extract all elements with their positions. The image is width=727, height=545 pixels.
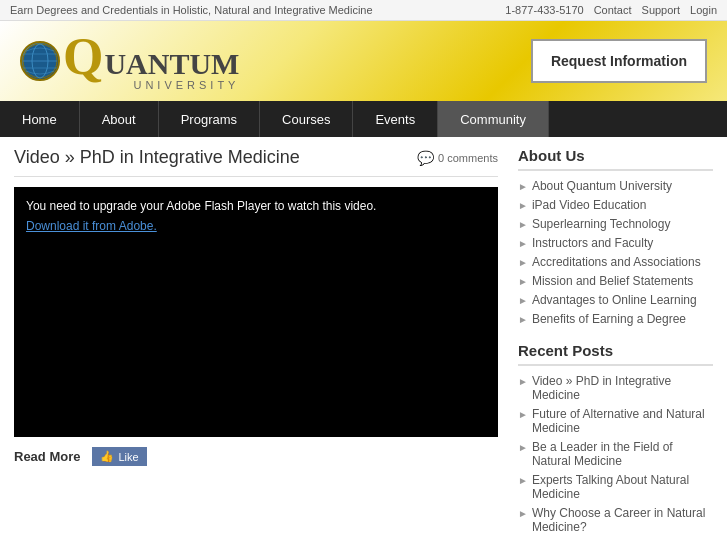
nav-about[interactable]: About (80, 101, 159, 137)
page-title: Video » PhD in Integrative Medicine (14, 147, 300, 168)
sidebar-link-advantages[interactable]: ► Advantages to Online Learning (518, 293, 713, 307)
sidebar-link-mission[interactable]: ► Mission and Belief Statements (518, 274, 713, 288)
arrow-icon: ► (518, 276, 528, 287)
nav-programs[interactable]: Programs (159, 101, 260, 137)
arrow-icon: ► (518, 219, 528, 230)
recent-posts-title: Recent Posts (518, 342, 713, 366)
logo-name: UANTUM (104, 49, 239, 79)
arrow-icon: ► (518, 508, 528, 519)
read-more-button[interactable]: Read More (14, 449, 80, 464)
comment-icon: 💬 (417, 150, 434, 166)
logo-globe (20, 41, 60, 81)
nav-courses[interactable]: Courses (260, 101, 353, 137)
recent-link-3[interactable]: ► Experts Talking About Natural Medicine (518, 473, 713, 501)
about-link-5: Mission and Belief Statements (532, 274, 693, 288)
nav-home[interactable]: Home (0, 101, 80, 137)
top-bar-right: 1-877-433-5170 Contact Support Login (505, 4, 717, 16)
recent-post-4: Why Choose a Career in Natural Medicine? (532, 506, 713, 534)
about-link-4: Accreditations and Associations (532, 255, 701, 269)
about-link-7: Benefits of Earning a Degree (532, 312, 686, 326)
login-link[interactable]: Login (690, 4, 717, 16)
recent-post-1: Future of Alternative and Natural Medici… (532, 407, 713, 435)
recent-post-0: Video » PhD in Integrative Medicine (532, 374, 713, 402)
tagline: Earn Degrees and Credentials in Holistic… (10, 4, 373, 16)
arrow-icon: ► (518, 238, 528, 249)
request-information-button[interactable]: Request Information (531, 39, 707, 83)
recent-link-0[interactable]: ► Video » PhD in Integrative Medicine (518, 374, 713, 402)
main-content: Video » PhD in Integrative Medicine 💬 0 … (0, 137, 727, 545)
arrow-icon: ► (518, 200, 528, 211)
nav-events[interactable]: Events (353, 101, 438, 137)
nav-community[interactable]: Community (438, 101, 549, 137)
arrow-icon: ► (518, 257, 528, 268)
top-bar: Earn Degrees and Credentials in Holistic… (0, 0, 727, 21)
comments-count: 0 comments (438, 152, 498, 164)
read-more-area: Read More 👍 Like (14, 447, 498, 466)
like-button[interactable]: 👍 Like (92, 447, 146, 466)
right-sidebar: About Us ► About Quantum University ► iP… (518, 147, 713, 545)
sidebar-link-instructors[interactable]: ► Instructors and Faculty (518, 236, 713, 250)
page-title-area: Video » PhD in Integrative Medicine 💬 0 … (14, 147, 498, 177)
support-link[interactable]: Support (642, 4, 681, 16)
recent-link-4[interactable]: ► Why Choose a Career in Natural Medicin… (518, 506, 713, 534)
like-icon: 👍 (100, 450, 114, 463)
arrow-icon: ► (518, 376, 528, 387)
video-upgrade-text: You need to upgrade your Adobe Flash Pla… (26, 199, 486, 213)
about-link-2: Superlearning Technology (532, 217, 671, 231)
video-player: You need to upgrade your Adobe Flash Pla… (14, 187, 498, 437)
arrow-icon: ► (518, 314, 528, 325)
about-link-0: About Quantum University (532, 179, 672, 193)
phone: 1-877-433-5170 (505, 4, 583, 16)
about-link-6: Advantages to Online Learning (532, 293, 697, 307)
recent-post-3: Experts Talking About Natural Medicine (532, 473, 713, 501)
about-us-title: About Us (518, 147, 713, 171)
navigation: Home About Programs Courses Events Commu… (0, 101, 727, 137)
recent-post-2: Be a Leader in the Field of Natural Medi… (532, 440, 713, 468)
sidebar-link-about-qu[interactable]: ► About Quantum University (518, 179, 713, 193)
arrow-icon: ► (518, 295, 528, 306)
sidebar-link-benefits[interactable]: ► Benefits of Earning a Degree (518, 312, 713, 326)
sidebar-link-accreditations[interactable]: ► Accreditations and Associations (518, 255, 713, 269)
logo-area: Q UANTUM UNIVERSITY (20, 31, 239, 91)
sidebar-link-superlearning[interactable]: ► Superlearning Technology (518, 217, 713, 231)
logo-university: UNIVERSITY (68, 79, 239, 91)
logo-text: Q UANTUM UNIVERSITY (68, 31, 239, 91)
recent-link-2[interactable]: ► Be a Leader in the Field of Natural Me… (518, 440, 713, 468)
about-us-section: About Us ► About Quantum University ► iP… (518, 147, 713, 326)
comments-link[interactable]: 💬 0 comments (417, 150, 498, 166)
about-link-1: iPad Video Education (532, 198, 647, 212)
about-link-3: Instructors and Faculty (532, 236, 653, 250)
contact-link[interactable]: Contact (594, 4, 632, 16)
arrow-icon: ► (518, 442, 528, 453)
header: Q UANTUM UNIVERSITY Request Information (0, 21, 727, 101)
logo-q: Q (63, 31, 103, 83)
left-content: Video » PhD in Integrative Medicine 💬 0 … (14, 147, 498, 545)
arrow-icon: ► (518, 409, 528, 420)
arrow-icon: ► (518, 181, 528, 192)
sidebar-link-ipad[interactable]: ► iPad Video Education (518, 198, 713, 212)
video-upgrade-link[interactable]: Download it from Adobe. (26, 219, 486, 233)
arrow-icon: ► (518, 475, 528, 486)
recent-posts-section: Recent Posts ► Video » PhD in Integrativ… (518, 342, 713, 534)
recent-link-1[interactable]: ► Future of Alternative and Natural Medi… (518, 407, 713, 435)
like-label: Like (118, 451, 138, 463)
